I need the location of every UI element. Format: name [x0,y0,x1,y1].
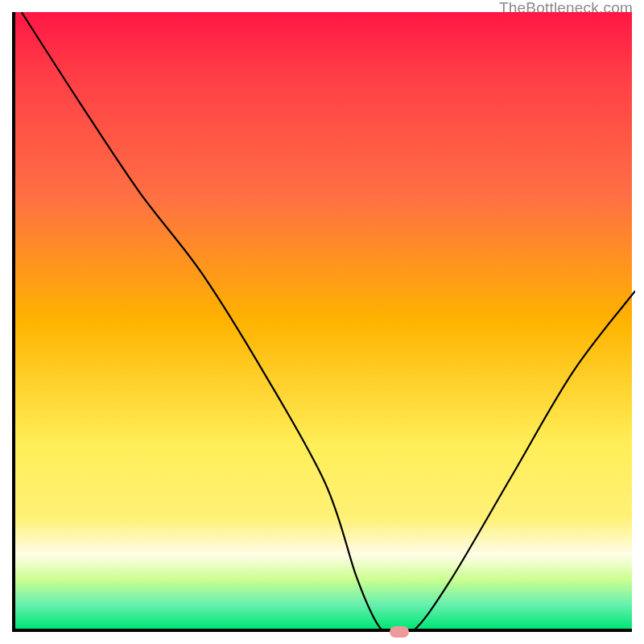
chart-frame: TheBottleneck.com [0,0,644,644]
plot-area [12,12,632,632]
curve-path [22,12,635,632]
bottleneck-curve [15,12,635,632]
optimum-marker [390,626,409,638]
